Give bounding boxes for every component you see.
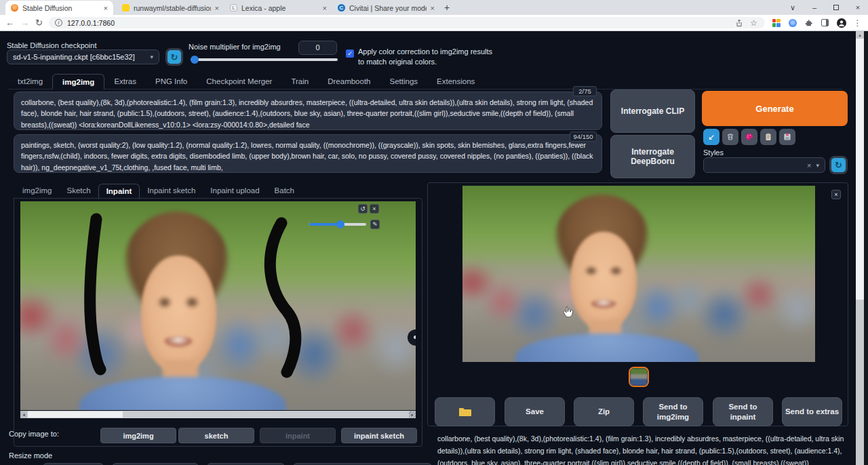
tab-checkpoint-merger[interactable]: Checkpoint Merger bbox=[197, 74, 281, 89]
generation-info-text: collarbone, (best quality),(8k, 3d),(pho… bbox=[437, 433, 844, 465]
chevron-down-icon: ▾ bbox=[150, 54, 153, 60]
kebab-menu-icon[interactable]: ⋮ bbox=[852, 18, 863, 28]
browser-tab-stable-diffusion[interactable]: Stable Diffusion × bbox=[5, 1, 113, 15]
scroll-up-icon[interactable]: ▴ bbox=[856, 31, 864, 39]
tab-title: Lexica - apple bbox=[241, 4, 319, 12]
send-to-extras-button[interactable]: Send to extras bbox=[782, 397, 842, 426]
noise-multiplier-value[interactable]: 0 bbox=[298, 41, 337, 55]
checkpoint-dropdown[interactable]: sd-v1-5-inpainting.ckpt [c6bbc15e32] ▾ bbox=[7, 49, 159, 64]
browser-tab-huggingface[interactable]: runwayml/stable-diffusion-inpai × bbox=[117, 1, 224, 15]
profile-avatar[interactable] bbox=[836, 18, 846, 28]
subtab-inpaint[interactable]: Inpaint bbox=[98, 184, 140, 199]
brush-color-button[interactable]: ✎ bbox=[370, 220, 380, 229]
resize-grip[interactable] bbox=[409, 411, 416, 418]
browser-tab-lexica[interactable]: L Lexica - apple × bbox=[224, 1, 332, 15]
photo-face bbox=[570, 232, 637, 331]
copy-to-inpaint-sketch-button[interactable]: inpaint sketch bbox=[341, 428, 417, 443]
canvas-undo-button[interactable]: ↺ bbox=[358, 204, 368, 214]
restore-icon bbox=[833, 5, 839, 10]
window-close-button[interactable]: × bbox=[848, 0, 868, 15]
checkpoint-value: sd-v1-5-inpainting.ckpt [c6bbc15e32] bbox=[13, 53, 150, 61]
floppy-icon bbox=[783, 133, 791, 141]
canvas-clear-button[interactable]: × bbox=[370, 204, 379, 214]
save-button[interactable]: Save bbox=[505, 397, 565, 426]
styles-refresh-button[interactable]: ↻ bbox=[831, 158, 846, 172]
styles-dropdown[interactable]: × ▾ bbox=[703, 157, 825, 173]
browser-tab-strip: Stable Diffusion × runwayml/stable-diffu… bbox=[0, 0, 868, 15]
page-scrollbar[interactable]: ▴ bbox=[856, 31, 864, 465]
interrogate-clip-button[interactable]: Interrogate CLIP bbox=[610, 89, 695, 133]
gallery-close-button[interactable]: × bbox=[831, 190, 841, 199]
copy-to-sketch-button[interactable]: sketch bbox=[178, 428, 254, 443]
reload-icon[interactable]: ↻ bbox=[35, 18, 43, 27]
interrogate-deepbooru-button[interactable]: Interrogate DeepBooru bbox=[610, 135, 695, 178]
output-image[interactable] bbox=[462, 186, 815, 362]
address-bar[interactable]: i 127.0.0.1:7860 ☆ bbox=[49, 17, 765, 28]
tab-txt2img[interactable]: txt2img bbox=[8, 74, 52, 89]
save-style-button[interactable] bbox=[779, 129, 795, 145]
url-text: 127.0.0.1:7860 bbox=[67, 19, 115, 27]
mouse-cursor-hand bbox=[563, 306, 574, 319]
generate-button[interactable]: Generate bbox=[702, 91, 848, 126]
tab-extensions[interactable]: Extensions bbox=[427, 74, 484, 89]
tab-close-icon[interactable]: × bbox=[215, 4, 219, 12]
tab-close-icon[interactable]: × bbox=[431, 4, 435, 12]
extra-networks-button[interactable] bbox=[741, 129, 757, 145]
scrollbar-thumb[interactable] bbox=[28, 411, 123, 418]
subtab-batch[interactable]: Batch bbox=[267, 184, 302, 199]
extension-grid-icon[interactable] bbox=[771, 18, 781, 28]
prompt-textarea[interactable]: collarbone, (best quality),(8k, 3d),(pho… bbox=[14, 92, 602, 130]
negative-prompt-textarea[interactable]: paintings, sketch, (worst quality:2), (l… bbox=[14, 134, 602, 173]
subtab-sketch[interactable]: Sketch bbox=[59, 184, 98, 199]
send-to-inpaint-button[interactable]: Send to inpaint bbox=[713, 397, 773, 426]
open-folder-button[interactable] bbox=[435, 397, 495, 426]
share-icon[interactable] bbox=[734, 18, 744, 28]
tab-close-icon[interactable]: × bbox=[104, 4, 108, 12]
tab-title: Civitai | Share your models bbox=[349, 4, 427, 12]
chevron-down-icon: ▾ bbox=[816, 162, 819, 169]
page-scrollbar-thumb[interactable] bbox=[856, 39, 864, 300]
clear-prompt-button[interactable] bbox=[722, 129, 738, 145]
bookmark-star-icon[interactable]: ☆ bbox=[749, 18, 759, 28]
back-icon[interactable]: ← bbox=[5, 18, 14, 27]
send-to-img2img-button[interactable]: Send to img2img bbox=[643, 397, 703, 426]
checkpoint-refresh-button[interactable]: ↻ bbox=[167, 50, 181, 64]
tab-png-info[interactable]: PNG Info bbox=[146, 74, 197, 89]
subtab-img2img[interactable]: img2img bbox=[15, 184, 59, 199]
copy-to-img2img-button[interactable]: img2img bbox=[100, 428, 176, 443]
window-chevron-icon[interactable]: ∨ bbox=[783, 0, 803, 15]
clipboard-icon bbox=[764, 133, 772, 141]
blue-dot-extension-icon[interactable] bbox=[787, 18, 797, 28]
forward-icon[interactable]: → bbox=[20, 18, 29, 27]
img2img-mode-tabs: img2img Sketch Inpaint Inpaint sketch In… bbox=[15, 184, 302, 199]
gallery-thumbnail-selected[interactable] bbox=[629, 367, 649, 387]
color-correction-checkbox[interactable]: ✓ bbox=[346, 49, 354, 58]
paste-parameters-button[interactable]: ↙ bbox=[703, 129, 719, 145]
subtab-inpaint-sketch[interactable]: Inpaint sketch bbox=[140, 184, 203, 199]
inpaint-canvas[interactable]: ↺ × ✎ bbox=[20, 201, 416, 410]
tab-dreambooth[interactable]: Dreambooth bbox=[318, 74, 380, 89]
clear-icon[interactable]: × bbox=[807, 161, 811, 169]
canvas-horizontal-scrollbar[interactable]: ◂ ▸ bbox=[20, 411, 416, 418]
browser-tab-civitai[interactable]: C Civitai | Share your models × bbox=[332, 1, 440, 15]
noise-multiplier-slider[interactable] bbox=[191, 58, 338, 61]
tab-settings[interactable]: Settings bbox=[380, 74, 428, 89]
scroll-left-icon[interactable]: ◂ bbox=[20, 411, 27, 418]
subtab-inpaint-upload[interactable]: Inpaint upload bbox=[203, 184, 267, 199]
zip-button[interactable]: Zip bbox=[574, 397, 634, 426]
tab-img2img[interactable]: img2img bbox=[52, 74, 104, 89]
noise-multiplier-label: Noise multiplier for img2img bbox=[189, 43, 281, 51]
screen: Stable Diffusion × runwayml/stable-diffu… bbox=[0, 0, 868, 465]
tab-extras[interactable]: Extras bbox=[104, 74, 146, 89]
new-tab-button[interactable]: + bbox=[441, 2, 453, 14]
noise-slider-handle[interactable] bbox=[191, 56, 199, 64]
site-info-icon[interactable]: i bbox=[55, 19, 62, 26]
window-restore-button[interactable] bbox=[826, 0, 846, 15]
extensions-puzzle-icon[interactable] bbox=[804, 18, 814, 28]
window-minimize-button[interactable]: – bbox=[804, 0, 825, 15]
tab-train[interactable]: Train bbox=[281, 74, 318, 89]
tab-close-icon[interactable]: × bbox=[323, 4, 327, 12]
brush-slider-handle[interactable] bbox=[336, 220, 344, 228]
side-panel-icon[interactable] bbox=[820, 18, 830, 28]
apply-style-button[interactable] bbox=[760, 129, 776, 145]
